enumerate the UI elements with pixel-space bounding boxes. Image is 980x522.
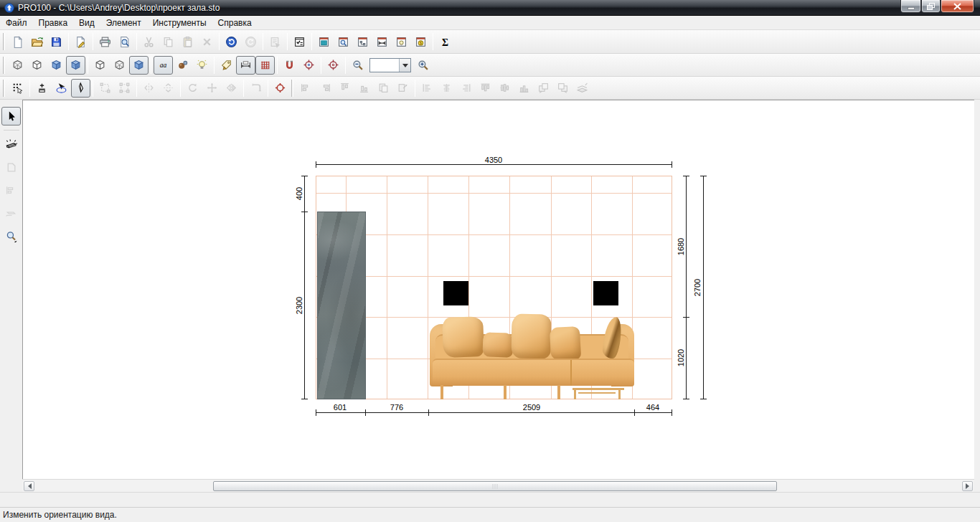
new-file-button[interactable]	[8, 32, 27, 51]
open-folder-button[interactable]	[27, 32, 47, 51]
paste-into-icon	[377, 82, 390, 94]
dim-label-bottom-4: 464	[645, 403, 661, 412]
menu-item-0[interactable]: Файл	[0, 16, 33, 30]
win-structure-button[interactable]	[353, 32, 372, 51]
redo-button	[241, 32, 260, 51]
page-setup-button[interactable]	[71, 32, 90, 51]
win-light-button[interactable]	[392, 32, 411, 51]
options-check-icon	[293, 36, 306, 48]
win-calc-button[interactable]	[314, 32, 334, 51]
align-bottom-edge-icon	[358, 82, 370, 94]
svg-text:Σ: Σ	[442, 37, 448, 47]
dimension-tick	[301, 399, 308, 399]
options-check-button[interactable]	[290, 32, 309, 51]
menu-bar: ФайлПравкаВидЭлементИнструментыСправка	[0, 16, 980, 30]
sigma-button[interactable]: Σ	[435, 32, 455, 51]
snap-center-button[interactable]	[299, 56, 319, 75]
ungroup-sel-icon	[118, 82, 131, 94]
align-bottom-edge-button	[354, 79, 374, 98]
print-button[interactable]	[95, 32, 115, 51]
win-zoom-button[interactable]	[334, 32, 353, 51]
view-textured-icon	[70, 59, 82, 71]
menu-item-1[interactable]: Правка	[33, 16, 74, 30]
win-price-icon: $	[415, 36, 427, 48]
light-bulb-button[interactable]	[192, 56, 212, 75]
wardrobe-panel[interactable]	[317, 212, 366, 399]
tag-edit-button[interactable]	[217, 56, 236, 75]
horizontal-scrollbar[interactable]	[22, 479, 974, 492]
win-calc-icon	[318, 36, 330, 48]
nudge-back-icon	[537, 82, 550, 94]
magnet-button[interactable]	[280, 56, 299, 75]
dimension-tick	[683, 176, 689, 176]
dim-ruler-button[interactable]	[236, 56, 255, 75]
pointer-tool-icon	[5, 110, 17, 123]
snap-center-icon	[303, 59, 315, 71]
menu-item-3[interactable]: Элемент	[100, 16, 147, 30]
menu-item-2[interactable]: Вид	[73, 16, 100, 30]
view-tab-label: Вид справа	[15, 493, 35, 506]
restore-button[interactable]	[921, 0, 941, 13]
save-button[interactable]	[47, 32, 66, 51]
win-price-button[interactable]: $	[411, 32, 430, 51]
pointer-tool-button[interactable]	[1, 107, 21, 125]
box-hidden-button[interactable]	[90, 56, 110, 75]
view-wireframe-button[interactable]	[8, 56, 27, 75]
board-tool-button[interactable]	[1, 135, 21, 153]
stack-layers-button	[573, 79, 592, 98]
scrollbar-thumb[interactable]	[213, 481, 777, 491]
scroll-left-button[interactable]	[24, 481, 34, 491]
antialias-icon: aa	[157, 59, 169, 71]
dimension-tick	[634, 409, 635, 416]
menu-item-5[interactable]: Справка	[212, 16, 258, 30]
sofa[interactable]	[430, 315, 634, 399]
zoom-in-button[interactable]	[413, 56, 433, 75]
dimension-tick	[428, 409, 429, 416]
select-rotate-button[interactable]	[52, 79, 71, 98]
zoom-tool-button[interactable]	[1, 227, 21, 245]
tool-palette	[0, 100, 22, 492]
align-right-edge-button	[316, 79, 335, 98]
mirror-tool-button	[222, 79, 241, 98]
box-shaded-button[interactable]	[129, 56, 149, 75]
close-button[interactable]	[941, 0, 974, 13]
center-target-button[interactable]	[270, 79, 290, 98]
minimize-button[interactable]	[900, 0, 921, 13]
print-preview-button[interactable]	[115, 32, 134, 51]
zoom-level-combobox[interactable]	[369, 58, 411, 72]
page-setup-icon	[75, 36, 87, 48]
coffee-table[interactable]	[573, 388, 624, 399]
zoom-out-button[interactable]	[348, 56, 367, 75]
table-leg	[618, 390, 621, 399]
delete-icon	[201, 36, 213, 48]
nudge-forward-icon	[557, 82, 569, 94]
material-sphere-button[interactable]	[173, 56, 192, 75]
palette-align-icon	[5, 184, 17, 196]
view-hidden-button[interactable]	[27, 56, 47, 75]
speaker-right[interactable]	[593, 281, 618, 305]
snap-target-button[interactable]	[324, 56, 343, 75]
grid-red-button[interactable]	[255, 56, 275, 75]
svg-text:$: $	[420, 40, 422, 44]
drawing-canvas[interactable]: 4350 400 2300 1680 1020 2700 601 776 250…	[22, 100, 974, 479]
undo-button[interactable]	[222, 32, 241, 51]
menu-item-4[interactable]: Инструменты	[147, 16, 212, 30]
view-shaded-button[interactable]	[47, 56, 66, 75]
dimension-tick	[700, 176, 707, 176]
cut-icon	[143, 36, 155, 48]
win-structure-icon	[357, 36, 369, 48]
view-textured-button[interactable]	[66, 56, 85, 75]
list-align-center-button	[437, 79, 456, 98]
nudge-back-button	[534, 79, 553, 98]
rotate-tool-icon	[187, 82, 199, 94]
box-wire-button[interactable]	[110, 56, 129, 75]
speaker-left[interactable]	[443, 281, 468, 305]
toolbar-view: aa	[0, 54, 980, 77]
select-dots-button[interactable]	[8, 79, 27, 98]
win-dims-button[interactable]	[372, 32, 392, 51]
scroll-right-button[interactable]	[962, 481, 973, 491]
antialias-button[interactable]: aa	[154, 56, 173, 75]
combobox-dropdown-icon[interactable]	[399, 59, 410, 72]
pen-tool-button[interactable]	[71, 79, 90, 98]
add-board-button[interactable]	[32, 79, 52, 98]
